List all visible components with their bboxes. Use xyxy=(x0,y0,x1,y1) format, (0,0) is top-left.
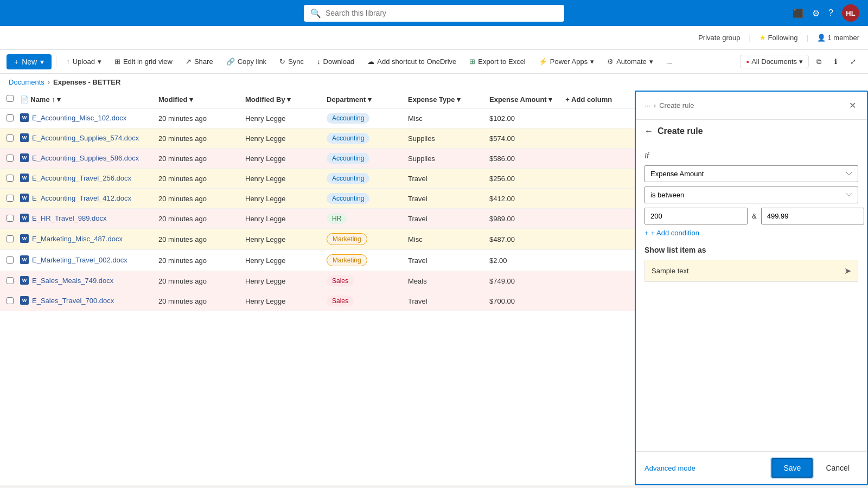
col-header-expensetype[interactable]: Expense Type ▾ xyxy=(401,91,483,108)
dept-badge: HR xyxy=(327,213,347,224)
table-row[interactable]: W E_Sales_Meals_749.docx 20 minutes ago … xyxy=(0,271,635,291)
col-header-modifiedby[interactable]: Modified By ▾ xyxy=(239,91,320,108)
sync-button[interactable]: ↻ Sync xyxy=(274,54,309,69)
cell-modifiedby: Henry Legge xyxy=(239,209,320,229)
cell-expensetype: Supplies xyxy=(401,129,483,149)
all-docs-chevron: ▾ xyxy=(799,57,803,66)
cell-name: W E_Accounting_Supplies_574.docx xyxy=(0,129,152,149)
notification-icon[interactable]: ⬛ xyxy=(793,8,803,18)
cell-department: Accounting xyxy=(320,149,401,169)
word-icon: W xyxy=(20,214,29,222)
fullscreen-button[interactable]: ⤢ xyxy=(845,54,861,69)
table-row[interactable]: W E_Accounting_Travel_412.docx 20 minute… xyxy=(0,189,635,209)
table-row[interactable]: W E_Accounting_Supplies_586.docx 20 minu… xyxy=(0,149,635,169)
new-button[interactable]: + New ▾ xyxy=(7,54,52,69)
cell-name: W E_Accounting_Travel_256.docx xyxy=(0,169,152,189)
condition-value2-input[interactable] xyxy=(761,208,864,224)
cell-modifiedby: Henry Legge xyxy=(239,229,320,250)
word-icon: W xyxy=(20,174,29,182)
panel-title: Create rule xyxy=(658,126,703,136)
dept-badge: Marketing xyxy=(327,233,367,245)
onedrive-icon: ☁ xyxy=(367,57,374,66)
file-name: E_Accounting_Travel_412.docx xyxy=(32,194,131,202)
select-all-checkbox[interactable] xyxy=(7,95,14,102)
copy-link-button[interactable]: 🔗 Copy link xyxy=(221,54,272,69)
condition-value1-input[interactable] xyxy=(644,208,748,224)
search-input[interactable] xyxy=(326,9,558,17)
col-header-modified[interactable]: Modified ▾ xyxy=(152,91,239,108)
right-panel: ··· › Create rule ✕ ← Create rule If Exp… xyxy=(635,91,868,485)
row-checkbox[interactable] xyxy=(7,114,14,121)
file-name: E_Sales_Travel_700.docx xyxy=(32,297,114,305)
add-condition-button[interactable]: + + Add condition xyxy=(644,229,699,237)
all-docs-button[interactable]: ● All Documents ▾ xyxy=(740,55,809,68)
edit-grid-button[interactable]: ⊞ Edit in grid view xyxy=(109,54,178,69)
back-button[interactable]: ← xyxy=(644,126,653,136)
table-row[interactable]: W E_Accounting_Supplies_574.docx 20 minu… xyxy=(0,129,635,149)
export-button[interactable]: ⊞ Export to Excel xyxy=(464,54,531,69)
table-row[interactable]: W E_HR_Travel_989.docx 20 minutes ago He… xyxy=(0,209,635,229)
cell-addcol xyxy=(559,149,635,169)
row-checkbox[interactable] xyxy=(7,277,14,284)
shortcut-button[interactable]: ☁ Add shortcut to OneDrive xyxy=(362,54,462,69)
row-checkbox[interactable] xyxy=(7,195,14,202)
cell-expenseamount: $700.00 xyxy=(483,291,559,311)
cell-name: W E_HR_Travel_989.docx xyxy=(0,209,152,229)
cell-name: W E_Accounting_Supplies_586.docx xyxy=(0,149,152,169)
table-row[interactable]: W E_Sales_Travel_700.docx 20 minutes ago… xyxy=(0,291,635,311)
rule-if-section: If Expense Amount is between & + + Add c… xyxy=(644,151,858,237)
cell-modifiedby: Henry Legge xyxy=(239,189,320,209)
save-button[interactable]: Save xyxy=(771,458,813,478)
share-button[interactable]: ↗ Share xyxy=(180,54,219,69)
toolbar-separator-1 xyxy=(56,56,56,67)
row-checkbox[interactable] xyxy=(7,175,14,182)
panel-footer: Advanced mode Save Cancel xyxy=(636,451,867,484)
table-row[interactable]: W E_Accounting_Travel_256.docx 20 minute… xyxy=(0,169,635,189)
settings-icon[interactable]: ⚙ xyxy=(812,8,820,18)
cell-expenseamount: $989.00 xyxy=(483,209,559,229)
row-checkbox[interactable] xyxy=(7,297,14,304)
show-list-label: Show list item as xyxy=(644,246,858,254)
name-sort-icon: 📄 xyxy=(20,95,29,104)
cell-department: Accounting xyxy=(320,129,401,149)
col-header-department[interactable]: Department ▾ xyxy=(320,91,401,108)
condition-field-select[interactable]: Expense Amount xyxy=(644,165,858,182)
advanced-mode-button[interactable]: Advanced mode xyxy=(644,464,695,472)
cell-modifiedby: Henry Legge xyxy=(239,169,320,189)
more-button[interactable]: ... xyxy=(661,54,678,69)
upload-button[interactable]: ↑ Upload ▾ xyxy=(61,54,107,69)
table-row[interactable]: W E_Marketing_Travel_002.docx 20 minutes… xyxy=(0,250,635,271)
row-checkbox[interactable] xyxy=(7,256,14,264)
col-header-addcolumn[interactable]: + Add column xyxy=(559,91,635,108)
filter-button[interactable]: ⧉ xyxy=(811,54,827,69)
col-header-checkbox: 📄 Name ↑ ▾ xyxy=(0,91,152,108)
condition-operator-select[interactable]: is between xyxy=(644,187,858,203)
close-panel-button[interactable]: ✕ xyxy=(847,98,858,113)
row-checkbox[interactable] xyxy=(7,134,14,142)
row-checkbox[interactable] xyxy=(7,235,14,242)
breadcrumb-parent[interactable]: Documents xyxy=(9,78,44,86)
following-label[interactable]: ★ Following xyxy=(760,34,798,42)
row-checkbox[interactable] xyxy=(7,215,14,222)
top-bar: 🔍 ⬛ ⚙ ? HL xyxy=(0,0,868,26)
table-row[interactable]: W E_Accounting_Misc_102.docx 20 minutes … xyxy=(0,108,635,129)
cell-department: Accounting xyxy=(320,108,401,129)
table-row[interactable]: W E_Marketing_Misc_487.docx 20 minutes a… xyxy=(0,229,635,250)
cell-modifiedby: Henry Legge xyxy=(239,291,320,311)
sample-text-box[interactable]: Sample text ➤ xyxy=(644,260,858,282)
info-button[interactable]: ℹ xyxy=(829,54,843,69)
search-box[interactable]: 🔍 xyxy=(304,5,564,22)
powerapps-button[interactable]: ⚡ Power Apps ▾ xyxy=(533,54,599,69)
col-header-expenseamount[interactable]: Expense Amount ▾ xyxy=(483,91,559,108)
download-button[interactable]: ↓ Download xyxy=(311,54,360,69)
file-name: E_Marketing_Travel_002.docx xyxy=(32,256,127,264)
download-icon: ↓ xyxy=(317,57,321,66)
row-checkbox[interactable] xyxy=(7,155,14,162)
automate-button[interactable]: ⚙ Automate ▾ xyxy=(602,54,659,69)
help-icon[interactable]: ? xyxy=(828,8,833,18)
avatar[interactable]: HL xyxy=(842,4,859,22)
cell-expenseamount: $586.00 xyxy=(483,149,559,169)
cancel-button[interactable]: Cancel xyxy=(817,459,858,477)
cell-modified: 20 minutes ago xyxy=(152,209,239,229)
toolbar: + New ▾ ↑ Upload ▾ ⊞ Edit in grid view ↗… xyxy=(0,50,868,74)
